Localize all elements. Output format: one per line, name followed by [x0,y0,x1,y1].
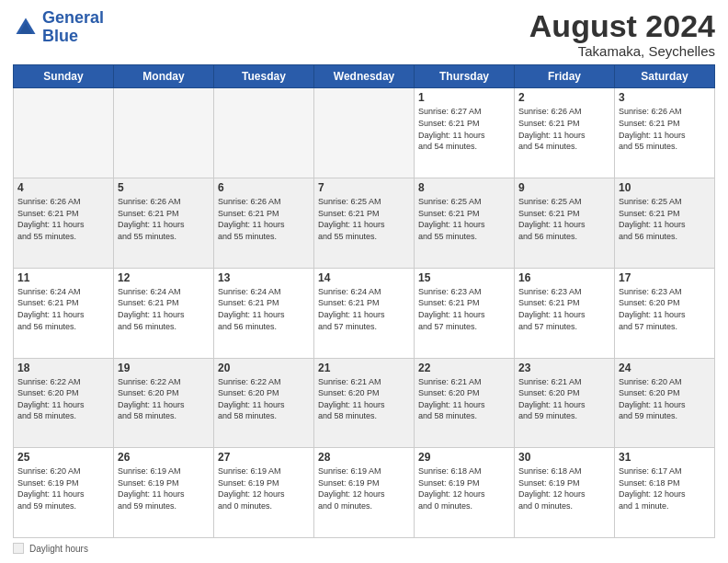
calendar-cell: 27Sunrise: 6:19 AM Sunset: 6:19 PM Dayli… [214,448,314,538]
calendar-week-row: 25Sunrise: 6:20 AM Sunset: 6:19 PM Dayli… [14,448,715,538]
calendar-cell: 5Sunrise: 6:26 AM Sunset: 6:21 PM Daylig… [114,178,214,269]
day-number: 6 [218,181,310,194]
calendar-week-row: 4Sunrise: 6:26 AM Sunset: 6:21 PM Daylig… [14,178,715,269]
day-number: 7 [318,181,410,194]
day-number: 19 [118,362,210,374]
day-info: Sunrise: 6:21 AM Sunset: 6:20 PM Dayligh… [318,376,410,422]
calendar-cell: 26Sunrise: 6:19 AM Sunset: 6:19 PM Dayli… [114,448,214,538]
calendar-day-header: Monday [114,65,214,88]
logo-icon [13,15,39,40]
calendar-cell: 17Sunrise: 6:23 AM Sunset: 6:20 PM Dayli… [615,268,715,358]
logo-text: General Blue [42,9,104,46]
calendar-cell: 16Sunrise: 6:23 AM Sunset: 6:21 PM Dayli… [515,268,615,358]
day-info: Sunrise: 6:20 AM Sunset: 6:20 PM Dayligh… [619,376,711,422]
legend-box [13,543,24,554]
calendar-cell: 23Sunrise: 6:21 AM Sunset: 6:20 PM Dayli… [515,358,615,448]
calendar-cell: 10Sunrise: 6:25 AM Sunset: 6:21 PM Dayli… [615,178,715,269]
day-number: 11 [17,271,109,284]
day-info: Sunrise: 6:24 AM Sunset: 6:21 PM Dayligh… [17,286,109,332]
calendar-cell: 7Sunrise: 6:25 AM Sunset: 6:21 PM Daylig… [314,178,415,269]
day-info: Sunrise: 6:26 AM Sunset: 6:21 PM Dayligh… [619,106,711,152]
day-info: Sunrise: 6:19 AM Sunset: 6:19 PM Dayligh… [218,465,310,511]
day-number: 22 [418,362,510,374]
day-info: Sunrise: 6:23 AM Sunset: 6:21 PM Dayligh… [418,286,510,332]
day-number: 15 [418,271,510,284]
month-title: August 2024 [529,9,715,43]
calendar-day-header: Friday [515,65,615,88]
day-info: Sunrise: 6:19 AM Sunset: 6:19 PM Dayligh… [318,465,410,511]
calendar-day-header: Wednesday [314,65,415,88]
calendar-cell [14,88,114,178]
calendar-cell: 2Sunrise: 6:26 AM Sunset: 6:21 PM Daylig… [515,88,615,178]
legend-label: Daylight hours [29,544,88,554]
logo: General Blue [13,9,104,46]
day-info: Sunrise: 6:23 AM Sunset: 6:21 PM Dayligh… [518,286,610,332]
calendar-cell: 13Sunrise: 6:24 AM Sunset: 6:21 PM Dayli… [214,268,314,358]
day-number: 4 [17,181,109,194]
title-block: August 2024 Takamaka, Seychelles [529,9,715,59]
day-number: 1 [418,91,510,104]
day-number: 18 [17,362,109,374]
day-number: 9 [518,181,610,194]
calendar-day-header: Saturday [615,65,715,88]
day-number: 17 [619,271,711,284]
calendar-cell: 9Sunrise: 6:25 AM Sunset: 6:21 PM Daylig… [515,178,615,269]
calendar-cell [314,88,415,178]
calendar-cell: 11Sunrise: 6:24 AM Sunset: 6:21 PM Dayli… [14,268,114,358]
day-number: 25 [17,451,109,464]
calendar-cell [114,88,214,178]
calendar-day-header: Sunday [14,65,114,88]
day-number: 21 [318,362,410,374]
day-info: Sunrise: 6:23 AM Sunset: 6:20 PM Dayligh… [619,286,711,332]
day-number: 16 [518,271,610,284]
day-info: Sunrise: 6:25 AM Sunset: 6:21 PM Dayligh… [518,196,610,242]
calendar-week-row: 18Sunrise: 6:22 AM Sunset: 6:20 PM Dayli… [14,358,715,448]
day-info: Sunrise: 6:26 AM Sunset: 6:21 PM Dayligh… [118,196,210,242]
calendar-header-row: SundayMondayTuesdayWednesdayThursdayFrid… [14,65,715,88]
footer: Daylight hours [13,543,715,554]
day-info: Sunrise: 6:18 AM Sunset: 6:19 PM Dayligh… [418,465,510,511]
day-number: 28 [318,451,410,464]
day-number: 26 [118,451,210,464]
calendar-cell: 22Sunrise: 6:21 AM Sunset: 6:20 PM Dayli… [415,358,515,448]
day-number: 27 [218,451,310,464]
calendar-cell: 15Sunrise: 6:23 AM Sunset: 6:21 PM Dayli… [415,268,515,358]
day-info: Sunrise: 6:21 AM Sunset: 6:20 PM Dayligh… [418,376,510,422]
day-number: 10 [619,181,711,194]
day-info: Sunrise: 6:22 AM Sunset: 6:20 PM Dayligh… [118,376,210,422]
calendar-cell [214,88,314,178]
day-info: Sunrise: 6:22 AM Sunset: 6:20 PM Dayligh… [17,376,109,422]
day-info: Sunrise: 6:27 AM Sunset: 6:21 PM Dayligh… [418,106,510,152]
day-number: 23 [518,362,610,374]
calendar-cell: 14Sunrise: 6:24 AM Sunset: 6:21 PM Dayli… [314,268,415,358]
calendar-cell: 30Sunrise: 6:18 AM Sunset: 6:19 PM Dayli… [515,448,615,538]
day-info: Sunrise: 6:24 AM Sunset: 6:21 PM Dayligh… [318,286,410,332]
day-info: Sunrise: 6:21 AM Sunset: 6:20 PM Dayligh… [518,376,610,422]
day-info: Sunrise: 6:24 AM Sunset: 6:21 PM Dayligh… [218,286,310,332]
day-info: Sunrise: 6:24 AM Sunset: 6:21 PM Dayligh… [118,286,210,332]
day-number: 3 [619,91,711,104]
day-info: Sunrise: 6:22 AM Sunset: 6:20 PM Dayligh… [218,376,310,422]
calendar-cell: 21Sunrise: 6:21 AM Sunset: 6:20 PM Dayli… [314,358,415,448]
calendar-cell: 28Sunrise: 6:19 AM Sunset: 6:19 PM Dayli… [314,448,415,538]
day-number: 20 [218,362,310,374]
day-number: 5 [118,181,210,194]
calendar-cell: 19Sunrise: 6:22 AM Sunset: 6:20 PM Dayli… [114,358,214,448]
day-number: 14 [318,271,410,284]
calendar-cell: 12Sunrise: 6:24 AM Sunset: 6:21 PM Dayli… [114,268,214,358]
calendar-cell: 29Sunrise: 6:18 AM Sunset: 6:19 PM Dayli… [415,448,515,538]
calendar-cell: 24Sunrise: 6:20 AM Sunset: 6:20 PM Dayli… [615,358,715,448]
calendar-week-row: 1Sunrise: 6:27 AM Sunset: 6:21 PM Daylig… [14,88,715,178]
day-info: Sunrise: 6:18 AM Sunset: 6:19 PM Dayligh… [518,465,610,511]
day-number: 31 [619,451,711,464]
calendar-week-row: 11Sunrise: 6:24 AM Sunset: 6:21 PM Dayli… [14,268,715,358]
day-info: Sunrise: 6:26 AM Sunset: 6:21 PM Dayligh… [518,106,610,152]
day-number: 24 [619,362,711,374]
calendar-table: SundayMondayTuesdayWednesdayThursdayFrid… [13,64,715,538]
day-number: 12 [118,271,210,284]
page: General Blue August 2024 Takamaka, Seych… [0,0,728,563]
logo-line1: General [42,8,104,27]
day-number: 2 [518,91,610,104]
calendar-cell: 1Sunrise: 6:27 AM Sunset: 6:21 PM Daylig… [415,88,515,178]
calendar-cell: 6Sunrise: 6:26 AM Sunset: 6:21 PM Daylig… [214,178,314,269]
